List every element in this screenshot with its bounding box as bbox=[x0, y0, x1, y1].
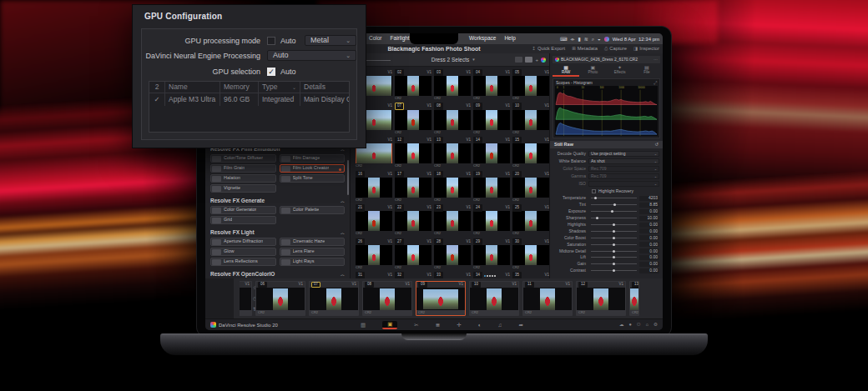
effect-button[interactable]: Color Generator bbox=[210, 206, 276, 214]
filmstrip-card[interactable]: 13V1CR2 bbox=[629, 281, 639, 316]
slider-track[interactable] bbox=[591, 195, 637, 201]
slider-value[interactable]: 8.85 bbox=[639, 203, 659, 208]
gpu-processing-mode-auto-checkbox[interactable] bbox=[267, 37, 275, 45]
deliver-page-icon[interactable]: ➦ bbox=[518, 323, 522, 328]
thumbnail-image-box[interactable] bbox=[473, 245, 510, 265]
slider-handle[interactable] bbox=[613, 223, 615, 226]
neural-engine-dropdown[interactable]: Auto ⌄ bbox=[267, 50, 356, 61]
thumbnail-image-box[interactable] bbox=[395, 76, 431, 96]
thumbnail-image-box[interactable] bbox=[395, 178, 431, 198]
effect-button[interactable]: Split Tone bbox=[280, 174, 346, 183]
thumbnail-image-box[interactable] bbox=[434, 211, 471, 231]
effect-button[interactable]: Light Rays bbox=[280, 258, 346, 266]
thumbnail-image-box[interactable] bbox=[356, 211, 392, 231]
thumbnail-image-box[interactable] bbox=[512, 110, 549, 130]
thumbnail-image-box[interactable] bbox=[395, 245, 431, 265]
effect-button[interactable]: Film Damage bbox=[280, 154, 346, 163]
slider-track[interactable] bbox=[591, 235, 637, 241]
slider-value[interactable]: 10.00 bbox=[639, 216, 659, 221]
slider-handle[interactable] bbox=[613, 230, 615, 233]
grid-thumbnail-cell[interactable]: 18V1CR2 bbox=[434, 172, 471, 203]
wifi-icon[interactable]: ≋ bbox=[584, 37, 588, 42]
grid-thumbnail-cell[interactable]: 22V1CR2 bbox=[395, 205, 431, 237]
raw-setting-dropdown[interactable]: As shot⌄ bbox=[588, 158, 659, 164]
thumbnail-image-box[interactable] bbox=[434, 110, 471, 130]
thumbnail-image-box[interactable] bbox=[512, 245, 549, 265]
grid-thumbnail-cell[interactable]: 29V1CR2 bbox=[473, 239, 510, 271]
thumbnail-image-box[interactable] bbox=[434, 178, 471, 198]
slider-value[interactable]: 4203 bbox=[639, 196, 659, 201]
effects-section-header[interactable]: Resolve FX Light︿ bbox=[210, 228, 345, 237]
filmstrip-card[interactable]: 11V1CR2 bbox=[522, 281, 573, 316]
slider-value[interactable]: 0.00 bbox=[639, 248, 659, 253]
grid-thumbnail-cell[interactable]: 26V1CR2 bbox=[356, 239, 392, 271]
effects-section-header[interactable]: Resolve FX Generate︿ bbox=[210, 197, 345, 205]
slider-value[interactable]: 0.00 bbox=[639, 262, 659, 267]
battery-icon[interactable]: ▮ bbox=[578, 37, 580, 42]
search-icon[interactable]: ⌕ bbox=[592, 37, 594, 42]
thumbnail-image-box[interactable] bbox=[512, 76, 549, 96]
slider-track[interactable] bbox=[591, 215, 637, 221]
grid-thumbnail-cell[interactable]: 23V1CR2 bbox=[434, 205, 471, 237]
grid-thumbnail-cell[interactable]: 20V1CR2 bbox=[512, 172, 549, 203]
slider-handle[interactable] bbox=[611, 210, 613, 213]
grid-thumbnail-cell[interactable]: 02V1CR2 bbox=[395, 70, 431, 102]
fusion-page-icon[interactable]: ✛ bbox=[457, 323, 461, 328]
slider-value[interactable]: 0.00 bbox=[639, 242, 659, 247]
active-page-pill[interactable]: ▣ bbox=[382, 321, 397, 329]
grid-thumbnail-cell[interactable]: 03V1CR2 bbox=[434, 70, 471, 102]
slider-track[interactable] bbox=[591, 208, 637, 214]
thumbnail-image-box[interactable] bbox=[473, 110, 510, 130]
slider-handle[interactable] bbox=[596, 217, 598, 219]
slider-track[interactable] bbox=[591, 222, 637, 228]
slider-track[interactable] bbox=[591, 248, 637, 254]
filmstrip-card[interactable]: 05V1CR2 bbox=[240, 281, 252, 316]
slider-handle[interactable] bbox=[613, 269, 615, 272]
thumbnail-image-box[interactable] bbox=[395, 110, 431, 130]
effect-button[interactable]: Lens Flare bbox=[280, 248, 346, 256]
filmstrip-card[interactable]: 10V1CR2 bbox=[469, 281, 519, 316]
slider-handle[interactable] bbox=[613, 237, 615, 239]
menu-item[interactable]: Workspace bbox=[469, 36, 496, 42]
grid-thumbnail-cell[interactable]: 12V1CR2 bbox=[395, 138, 431, 169]
cloud-icon[interactable]: ☁ bbox=[619, 323, 624, 328]
thumbnail-image-box[interactable] bbox=[512, 211, 549, 231]
slider-handle[interactable] bbox=[613, 203, 616, 206]
keyboard-icon[interactable]: ⌨ bbox=[560, 37, 568, 42]
raw-setting-dropdown[interactable]: Use project setting⌄ bbox=[588, 151, 659, 157]
slider-value[interactable]: 0.00 bbox=[639, 223, 659, 228]
grid-thumbnail-cell[interactable]: 25V1CR2 bbox=[512, 205, 549, 237]
menu-item[interactable]: Help bbox=[504, 36, 515, 42]
gpu-processing-mode-dropdown[interactable]: Metal ⌄ bbox=[305, 35, 356, 46]
metadata-button[interactable]: ⊞Metadata bbox=[572, 47, 598, 52]
grid-thumbnail-cell[interactable]: 08V1CR2 bbox=[434, 104, 471, 136]
control-center-icon[interactable]: ◒ bbox=[598, 37, 601, 42]
inspector-tab-file[interactable]: ▤File bbox=[633, 65, 660, 77]
slider-track[interactable] bbox=[591, 228, 637, 234]
grid-thumbnail-cell[interactable]: 04V1CR2 bbox=[473, 70, 510, 102]
list-view-button[interactable] bbox=[515, 57, 522, 63]
grid-thumbnail-cell[interactable]: 15V1CR2 bbox=[512, 138, 549, 169]
grid-thumbnail-cell[interactable]: 16V1CR2 bbox=[356, 172, 392, 203]
grid-thumbnail-cell[interactable]: 09V1CR2 bbox=[473, 104, 510, 136]
slider-value[interactable]: 0.00 bbox=[639, 209, 659, 214]
thumbnail-image-box[interactable] bbox=[473, 76, 510, 96]
gpu-table-row[interactable]: ✓ Apple M3 Ultra 96.0 GB Integrated Main… bbox=[149, 93, 349, 106]
thumbnail-image-box[interactable] bbox=[473, 211, 510, 231]
inspector-tab-photo[interactable]: ▣Photo bbox=[579, 65, 606, 77]
reset-icon[interactable]: ↺ bbox=[654, 143, 659, 148]
grid-thumbnail-cell[interactable]: 05V1CR2 bbox=[512, 70, 549, 102]
slider-track[interactable] bbox=[591, 242, 637, 248]
edit-page-icon[interactable]: ≣ bbox=[436, 323, 440, 328]
effect-button[interactable]: Glow bbox=[210, 248, 276, 256]
thumbnail-image-box[interactable] bbox=[395, 143, 431, 163]
slider-value[interactable]: 0.00 bbox=[639, 268, 659, 273]
thumbnail-image-box[interactable] bbox=[434, 76, 471, 96]
color-wheel-icon[interactable] bbox=[541, 58, 546, 63]
settings-gear-icon[interactable]: ⚙ bbox=[654, 323, 658, 328]
grid-thumbnail-cell[interactable]: 10V1CR2 bbox=[512, 104, 549, 136]
home-icon[interactable]: ⌂ bbox=[646, 323, 648, 328]
filmstrip-card[interactable]: 08V1CR2 bbox=[362, 281, 412, 316]
cut-page-icon[interactable]: ✂ bbox=[414, 323, 418, 328]
color-page-icon[interactable]: ◐ bbox=[478, 323, 482, 328]
